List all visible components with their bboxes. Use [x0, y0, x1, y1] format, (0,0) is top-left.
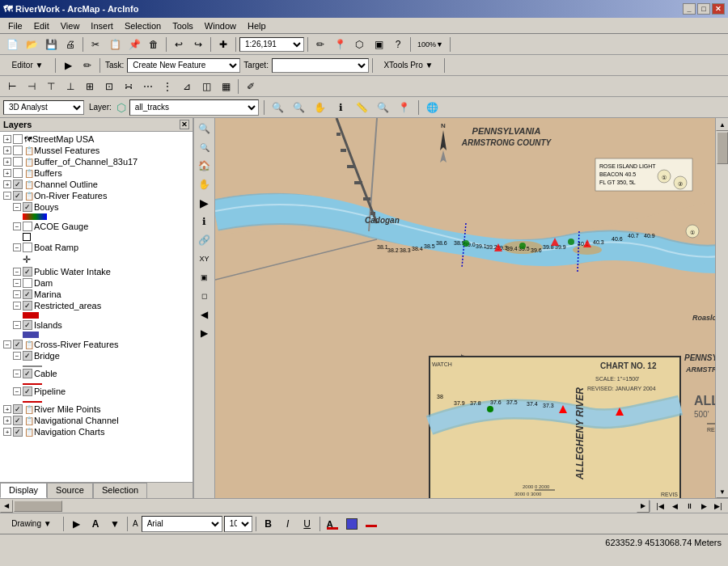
zoom-percent[interactable]: 100%▼: [414, 36, 447, 53]
expand-streetmap[interactable]: +: [3, 135, 11, 143]
analyst-combo[interactable]: 3D Analyst: [3, 100, 84, 115]
feature-button[interactable]: ⬡: [350, 36, 368, 53]
expand-mussel[interactable]: +: [3, 146, 11, 154]
tool7[interactable]: ∺: [120, 78, 138, 95]
pan-map-btn[interactable]: ✋: [196, 175, 214, 193]
scroll-right-btn[interactable]: ▶: [637, 500, 650, 513]
maximize-button[interactable]: □: [697, 3, 710, 15]
layer-nav-channel[interactable]: + 📋 Navigational Channel: [2, 415, 191, 426]
expand-islands[interactable]: −: [13, 321, 21, 329]
sketch-button[interactable]: 📍: [331, 36, 349, 53]
zoom-out-btn[interactable]: 🔍: [290, 99, 308, 116]
identify-btn[interactable]: ℹ: [332, 99, 350, 116]
chk-river-mile[interactable]: [13, 404, 23, 414]
target-combo[interactable]: [272, 58, 369, 73]
layer-public-water[interactable]: − Public Water Intake: [11, 266, 191, 277]
scroll-track-right[interactable]: [716, 131, 728, 485]
chk-cross-river[interactable]: [13, 340, 23, 349]
layer-pipeline[interactable]: − Pipeline: [11, 386, 191, 397]
underline-btn[interactable]: U: [298, 515, 316, 533]
expand-buffer[interactable]: +: [3, 158, 11, 166]
xtools-dropdown[interactable]: XTools Pro ▼: [376, 57, 441, 74]
chk-on-river[interactable]: [13, 191, 23, 201]
font-color-btn[interactable]: A: [324, 515, 341, 533]
expand-boat-ramp[interactable]: −: [13, 243, 21, 251]
chk-channel[interactable]: [13, 180, 23, 189]
new-button[interactable]: 📄: [3, 36, 21, 53]
play-end-btn[interactable]: ▶|: [712, 501, 725, 512]
bold-btn[interactable]: B: [260, 515, 277, 533]
draw-text-btn[interactable]: A: [87, 515, 104, 533]
chk-streetmap[interactable]: [13, 134, 23, 144]
font-family-combo[interactable]: Arial: [142, 516, 222, 532]
chk-dam[interactable]: [23, 278, 32, 288]
chk-pipeline[interactable]: [23, 386, 32, 396]
expand-acoe[interactable]: −: [13, 222, 21, 230]
layer-restricted[interactable]: − Restricted_areas: [11, 300, 191, 311]
editor-dropdown[interactable]: Editor ▼: [3, 57, 52, 74]
copy-button[interactable]: 📋: [106, 36, 124, 53]
menu-edit[interactable]: Edit: [29, 19, 54, 32]
layer-streetmap[interactable]: + 🗺 StreetMap USA: [2, 133, 191, 145]
zoom-in-btn[interactable]: 🔍: [269, 99, 287, 116]
bottom-scrollbar[interactable]: ◀ ▶ |◀ ◀ ⏸ ▶ ▶|: [0, 498, 728, 513]
cut-button[interactable]: ✂: [87, 36, 104, 53]
save-button[interactable]: 💾: [42, 36, 60, 53]
delete-button[interactable]: 🗑: [145, 36, 163, 53]
close-button[interactable]: ✕: [712, 3, 725, 15]
menu-help[interactable]: Help: [243, 19, 271, 32]
expand-pipeline[interactable]: −: [13, 387, 21, 395]
right-scrollbar[interactable]: ▲ ▼: [715, 118, 728, 498]
h-scroll-track[interactable]: [13, 500, 637, 513]
expand-on-river[interactable]: −: [3, 192, 11, 200]
chk-nav-channel[interactable]: [13, 416, 23, 425]
line-color-btn[interactable]: [362, 515, 380, 533]
expand-channel[interactable]: +: [3, 180, 11, 188]
layer-cable[interactable]: − Cable: [11, 368, 191, 379]
layer-buffers[interactable]: + 📋 Buffers: [2, 167, 191, 179]
font-size-combo[interactable]: 10: [224, 516, 252, 532]
goto-xy-btn[interactable]: 📍: [396, 99, 413, 116]
tab-source[interactable]: Source: [47, 483, 93, 498]
expand-cable[interactable]: −: [13, 370, 21, 378]
chk-cable[interactable]: [23, 369, 32, 378]
tool2[interactable]: ⊣: [23, 78, 40, 95]
task-combo[interactable]: Create New Feature: [127, 58, 240, 73]
scroll-up-btn[interactable]: ▲: [716, 118, 728, 131]
panel-close-button[interactable]: ✕: [180, 120, 189, 129]
measure-map-btn[interactable]: XY: [196, 250, 214, 268]
paste-button[interactable]: 📌: [125, 36, 143, 53]
chk-buffer[interactable]: [13, 157, 23, 167]
tool13[interactable]: ✐: [242, 78, 260, 95]
layer-channel[interactable]: + 📋 Channel Outline: [2, 179, 191, 190]
layer-cross-river[interactable]: − 📋 Cross-River Features: [2, 339, 191, 350]
chk-restricted[interactable]: [23, 301, 32, 310]
layer-buffer-channel[interactable]: + 📋 Buffer_of_Channel_83u17: [2, 156, 191, 167]
draw-select-btn[interactable]: ▶: [67, 515, 85, 533]
zoom-extent-btn[interactable]: 🏠: [196, 157, 214, 175]
chk-marina[interactable]: [23, 289, 32, 299]
layer-marina[interactable]: − Marina: [11, 289, 191, 300]
tool11[interactable]: ◫: [197, 78, 215, 95]
scroll-left-btn[interactable]: ◀: [0, 500, 13, 513]
pause-btn[interactable]: ⏸: [683, 501, 696, 512]
open-button[interactable]: 📂: [23, 36, 40, 53]
pointer-tool[interactable]: ▶: [59, 57, 77, 74]
select-element-btn[interactable]: ◻: [196, 287, 214, 305]
undo-button[interactable]: ↩: [170, 36, 188, 53]
forward-btn[interactable]: ▶: [196, 324, 214, 342]
globe-btn[interactable]: 🌐: [424, 99, 442, 116]
expand-restricted[interactable]: −: [13, 302, 21, 310]
layer-combo[interactable]: all_tracks: [129, 99, 259, 116]
chk-nav-charts[interactable]: [13, 427, 23, 437]
chk-buffers[interactable]: [13, 168, 23, 178]
zoom-in-map-btn[interactable]: 🔍: [196, 120, 214, 137]
expand-dam[interactable]: −: [13, 279, 21, 287]
tool12[interactable]: ▦: [217, 78, 235, 95]
menu-window[interactable]: Window: [200, 19, 241, 32]
scroll-down-btn[interactable]: ▼: [716, 485, 728, 498]
tool9[interactable]: ⋮: [159, 78, 176, 95]
tab-selection[interactable]: Selection: [93, 483, 147, 498]
menu-selection[interactable]: Selection: [120, 19, 166, 32]
expand-nav-channel[interactable]: +: [3, 416, 11, 424]
